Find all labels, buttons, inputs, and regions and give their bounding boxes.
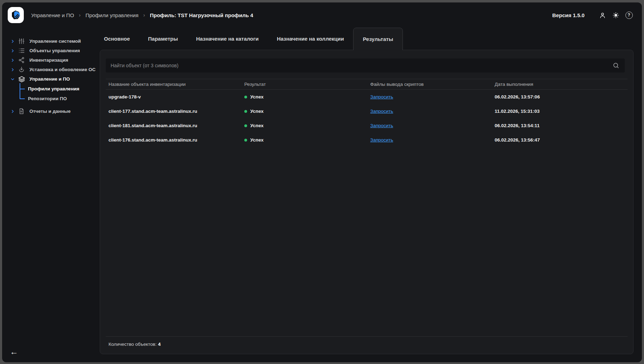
table-row: client-181.stand.acm-team.astralinux.ru … (106, 118, 628, 133)
theme-toggle-sun-icon[interactable] (612, 11, 620, 19)
sidebar-item-label: Управление и ПО (29, 76, 70, 82)
sidebar-collapse-button[interactable]: ← (10, 348, 18, 356)
breadcrumb-item[interactable]: Управление и ПО (31, 12, 74, 18)
sidebar-item-system-management[interactable]: Управление системой (2, 36, 100, 46)
status-label: Успех (250, 94, 264, 99)
tab-parameters[interactable]: Параметры (139, 28, 187, 50)
sidebar-item-software-repositories[interactable]: Репозитории ПО (20, 94, 100, 103)
breadcrumb-item[interactable]: Профили управления (85, 12, 138, 18)
sidebar-item-inventory[interactable]: Инвентаризация (2, 55, 100, 65)
search-bar (106, 59, 625, 73)
status-label: Успех (250, 137, 264, 143)
app-logo[interactable] (8, 7, 24, 23)
sidebar-item-os-install-update[interactable]: Установка и обновление ОС (2, 65, 100, 74)
acm-logo-icon (10, 9, 21, 21)
sidebar-item-label: Установка и обновление ОС (29, 67, 96, 72)
breadcrumb-separator-icon: › (79, 12, 81, 18)
chevron-right-icon (10, 68, 15, 72)
request-link[interactable]: Запросить (370, 137, 393, 143)
object-name: client-181.stand.acm-team.astralinux.ru (108, 123, 244, 128)
search-icon[interactable] (612, 62, 620, 69)
main-content: Основное Параметры Назначение на каталог… (100, 28, 642, 362)
tab-general[interactable]: Основное (104, 28, 139, 50)
sidebar-subtree: Профили управления Репозитории ПО (20, 84, 100, 103)
table-row: client-177.stand.acm-team.astralinux.ru … (106, 104, 628, 118)
chevron-right-icon (10, 109, 15, 114)
table-row: client-176.stand.acm-team.astralinux.ru … (106, 133, 628, 147)
tab-bar: Основное Параметры Назначение на каталог… (100, 28, 634, 50)
execution-date: 11.02.2026, 15:31:03 (495, 109, 625, 114)
layers-icon (18, 75, 25, 83)
status-cell: Успех (244, 94, 370, 99)
status-cell: Успех (244, 137, 370, 143)
execution-date: 06.02.2026, 13:54:11 (495, 123, 625, 128)
column-header-date: Дата выполнения (495, 82, 625, 87)
object-name: client-177.stand.acm-team.astralinux.ru (108, 109, 244, 114)
sidebar-item-management-profiles[interactable]: Профили управления (20, 84, 100, 94)
table-header-row: Название объекта инвентаризации Результа… (106, 79, 628, 90)
status-label: Успех (250, 123, 264, 128)
status-cell: Успех (244, 109, 370, 114)
column-header-result: Результат (244, 82, 370, 87)
column-header-script-files: Файлы вывода скриптов (370, 82, 495, 87)
results-panel: Название объекта инвентаризации Результа… (100, 50, 634, 354)
execution-date: 06.02.2026, 13:57:06 (495, 94, 625, 99)
document-icon (18, 108, 25, 115)
share-icon (18, 56, 25, 64)
success-dot-icon (244, 124, 247, 127)
execution-date: 06.02.2026, 13:56:47 (495, 137, 625, 143)
chevron-down-icon (10, 77, 15, 81)
object-count-value: 4 (158, 342, 161, 347)
tab-results[interactable]: Результаты (353, 28, 403, 50)
table-row: upgrade-178-v Успех Запросить 06.02.2026… (106, 90, 628, 104)
chevron-right-icon (10, 58, 15, 62)
sidebar-item-label: Профили управления (28, 86, 79, 91)
sidebar-item-managed-objects[interactable]: Объекты управления (2, 46, 100, 55)
breadcrumb-separator-icon: › (144, 12, 145, 18)
help-icon[interactable]: ? (625, 11, 633, 19)
tab-assign-catalogs[interactable]: Назначение на каталоги (187, 28, 268, 50)
version-label: Версия 1.5.0 (552, 12, 584, 18)
breadcrumb-current: Профиль: TST Нагрузочный профиль 4 (150, 12, 253, 18)
question-mark-glyph: ? (625, 12, 633, 19)
app-window: Управление и ПО › Профили управления › П… (2, 2, 642, 362)
download-icon (18, 66, 25, 73)
sidebar-item-label: Отчеты и данные (29, 109, 71, 114)
top-bar: Управление и ПО › Профили управления › П… (2, 2, 642, 28)
object-name: upgrade-178-v (108, 94, 244, 99)
sidebar: Управление системой Объекты управления (2, 28, 100, 362)
sidebar-item-management-software[interactable]: Управление и ПО (2, 74, 100, 84)
user-icon[interactable] (598, 11, 606, 19)
breadcrumb: Управление и ПО › Профили управления › П… (31, 12, 253, 18)
sidebar-item-label: Инвентаризация (29, 57, 68, 63)
request-link[interactable]: Запросить (370, 109, 393, 114)
search-input[interactable] (106, 59, 625, 73)
object-count-label: Количество объектов: (108, 342, 157, 347)
status-label: Успех (250, 109, 264, 114)
success-dot-icon (244, 110, 247, 113)
sidebar-item-label: Репозитории ПО (28, 96, 67, 101)
sidebar-item-label: Объекты управления (29, 48, 80, 53)
column-header-name: Название объекта инвентаризации (108, 82, 244, 87)
chevron-right-icon (10, 39, 15, 43)
success-dot-icon (244, 96, 247, 98)
sliders-icon (18, 37, 25, 45)
object-name: client-176.stand.acm-team.astralinux.ru (108, 137, 244, 143)
sidebar-item-reports-data[interactable]: Отчеты и данные (2, 107, 100, 116)
request-link[interactable]: Запросить (370, 94, 393, 99)
tab-assign-collections[interactable]: Назначение на коллекции (268, 28, 353, 50)
status-cell: Успех (244, 123, 370, 128)
success-dot-icon (244, 139, 247, 142)
results-table: Название объекта инвентаризации Результа… (106, 79, 628, 147)
sidebar-item-label: Управление системой (29, 39, 81, 44)
list-icon (18, 47, 25, 54)
request-link[interactable]: Запросить (370, 123, 393, 128)
object-count-footer: Количество объектов:4 (106, 336, 628, 354)
chevron-right-icon (10, 49, 15, 53)
